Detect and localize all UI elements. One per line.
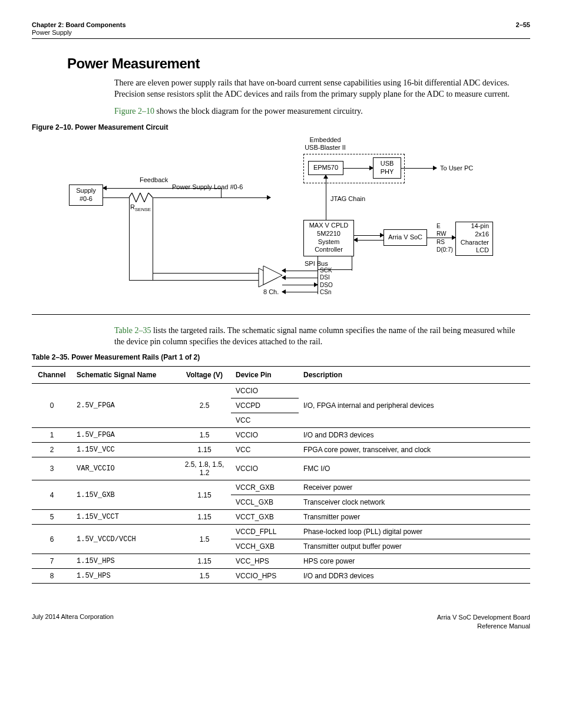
chapter-label: Chapter 2: Board Components: [32, 21, 126, 28]
cell-desc: I/O and DDR3 devices: [299, 569, 530, 584]
figure-caption: Figure 2–10. Power Measurement Circuit: [32, 123, 530, 131]
table-row: 11.5V_FPGA1.5VCCIOI/O and DDR3 devices: [32, 428, 530, 443]
cell-signal: 1.15V_VCC: [72, 443, 178, 457]
to-pc-label: To User PC: [440, 164, 473, 172]
arrow-usb-pc: [401, 168, 437, 169]
chapter-sub: Power Supply: [32, 29, 126, 36]
cell-channel: 0: [32, 384, 72, 428]
cell-voltage: 2.5, 1.8, 1.5, 1.2: [178, 457, 231, 480]
feedback-label: Feedback: [140, 176, 168, 184]
cell-pin: VCC_HPS: [231, 554, 299, 569]
cell-voltage: 1.5: [178, 569, 231, 584]
cell-voltage: 1.15: [178, 554, 231, 569]
th-pin: Device Pin: [231, 367, 299, 384]
table-row: 3VAR_VCCIO2.5, 1.8, 1.5, 1.2VCCIOFMC I/O: [32, 457, 530, 480]
cell-pin: VCCIO_HPS: [231, 569, 299, 584]
power-measurement-diagram: Embedded USB-Blaster II EPM570 USB PHY T…: [69, 136, 493, 307]
table-row: 02.5V_FPGA2.5VCCIOI/O, FPGA internal and…: [32, 384, 530, 398]
svg-marker-1: [263, 266, 282, 285]
cell-signal: 1.15V_VCCT: [72, 510, 178, 525]
rsense-label: RSENSE: [130, 203, 151, 213]
jtag-label: JTAG Chain: [330, 195, 365, 203]
cell-voltage: 1.15: [178, 480, 231, 510]
cell-voltage: 1.15: [178, 510, 231, 525]
cell-pin: VCCH_GXB: [231, 539, 299, 554]
spi-vert2: [352, 256, 352, 271]
cell-channel: 6: [32, 525, 72, 554]
supply-box: Supply #0-6: [69, 185, 103, 206]
supply-out-line: [103, 197, 129, 198]
section-title: Power Measurement: [67, 55, 530, 72]
cell-pin: VCCIO: [231, 384, 299, 398]
cell-pin: VCCL_GXB: [231, 495, 299, 510]
embedded-label: Embedded USB-Blaster II: [299, 136, 352, 151]
table-ref-paragraph: Table 2–35 lists the targeted rails. The…: [114, 325, 524, 348]
table-row: 21.15V_VCC1.15VCCFPGA core power, transc…: [32, 443, 530, 457]
cell-channel: 8: [32, 569, 72, 584]
table-caption: Table 2–35. Power Measurement Rails (Par…: [32, 353, 530, 361]
cell-signal: 1.5V_VCCD/VCCH: [72, 525, 178, 554]
cell-voltage: 1.15: [178, 443, 231, 457]
spi-csn: [282, 292, 318, 292]
cell-desc: FPGA core power, transceiver, and clock: [299, 443, 530, 457]
maxv-arria-l: [354, 240, 384, 241]
arria-lcd: [427, 238, 455, 238]
cell-signal: VAR_VCCIO: [72, 457, 178, 480]
lcd-pins: E RW RS D(0:7): [437, 222, 453, 254]
load-line: [153, 197, 270, 198]
power-rails-table: Channel Schematic Signal Name Voltage (V…: [32, 366, 530, 584]
th-channel: Channel: [32, 367, 72, 384]
cell-pin: VCC: [231, 443, 299, 457]
table-row: 71.15V_HPS1.15VCC_HPSHPS core power: [32, 554, 530, 569]
cell-pin: VCC: [231, 413, 299, 428]
cell-desc: Phase-locked loop (PLL) digital power: [299, 525, 530, 539]
cell-pin: VCCR_GXB: [231, 480, 299, 495]
sense-tap-left: [129, 197, 130, 280]
cell-channel: 7: [32, 554, 72, 569]
intro-paragraph: There are eleven power supply rails that…: [114, 78, 524, 100]
cell-channel: 1: [32, 428, 72, 443]
table-row: 41.15V_GXB1.15VCCR_GXBReceiver power: [32, 480, 530, 495]
resistor-icon: [129, 193, 153, 202]
header-rule: [32, 38, 530, 39]
cell-signal: 1.15V_GXB: [72, 480, 178, 510]
footer-left: July 2014 Altera Corporation: [32, 613, 114, 630]
page-footer: July 2014 Altera Corporation Arria V SoC…: [32, 613, 530, 630]
footer-right1: Arria V SoC Development Board: [437, 613, 530, 621]
cell-desc: Transmitter power: [299, 510, 530, 525]
table-header-row: Channel Schematic Signal Name Voltage (V…: [32, 367, 530, 384]
th-signal: Schematic Signal Name: [72, 367, 178, 384]
cell-pin: VCCT_GXB: [231, 510, 299, 525]
lcd-box: 14-pin 2x16 Character LCD: [455, 222, 493, 256]
cell-pin: VCCIO: [231, 428, 299, 443]
spi-vert: [318, 256, 318, 294]
cell-desc: FMC I/O: [299, 457, 530, 480]
page-header: Chapter 2: Board Components Power Supply…: [32, 21, 530, 36]
maxv-box: MAX V CPLD 5M2210 System Controller: [303, 220, 354, 256]
arria-box: Arria V SoC: [384, 229, 427, 246]
footer-right2: Reference Manual: [437, 622, 530, 630]
psload-label: Power Supply Load #0-6: [172, 183, 243, 191]
table-xref[interactable]: Table 2–35: [114, 326, 151, 335]
cell-signal: 1.5V_FPGA: [72, 428, 178, 443]
cell-pin: VCCD_FPLL: [231, 525, 299, 539]
cell-desc: I/O, FPGA internal and peripheral device…: [299, 384, 530, 428]
table-row: 61.5V_VCCD/VCCH1.5VCCD_FPLLPhase-locked …: [32, 525, 530, 539]
spi-sck: [282, 271, 318, 271]
cell-signal: 1.15V_HPS: [72, 554, 178, 569]
sense-bottom-left: [129, 280, 262, 281]
figure-xref[interactable]: Figure 2–10: [114, 107, 154, 116]
th-desc: Description: [299, 367, 530, 384]
cell-voltage: 1.5: [178, 428, 231, 443]
table-row: 81.5V_HPS1.5VCCIO_HPSI/O and DDR3 device…: [32, 569, 530, 584]
figure-rule: [32, 314, 530, 315]
adc-pins: SCK DSI DSO CSn: [320, 267, 333, 297]
cell-signal: 1.5V_HPS: [72, 569, 178, 584]
th-voltage: Voltage (V): [178, 367, 231, 384]
maxv-arria-r: [354, 235, 384, 236]
cell-channel: 2: [32, 443, 72, 457]
feedback-tap: [221, 188, 222, 197]
cell-signal: 2.5V_FPGA: [72, 384, 178, 428]
table-row: 51.15V_VCCT1.15VCCT_GXBTransmitter power: [32, 510, 530, 525]
sense-tap-right: [153, 197, 153, 280]
